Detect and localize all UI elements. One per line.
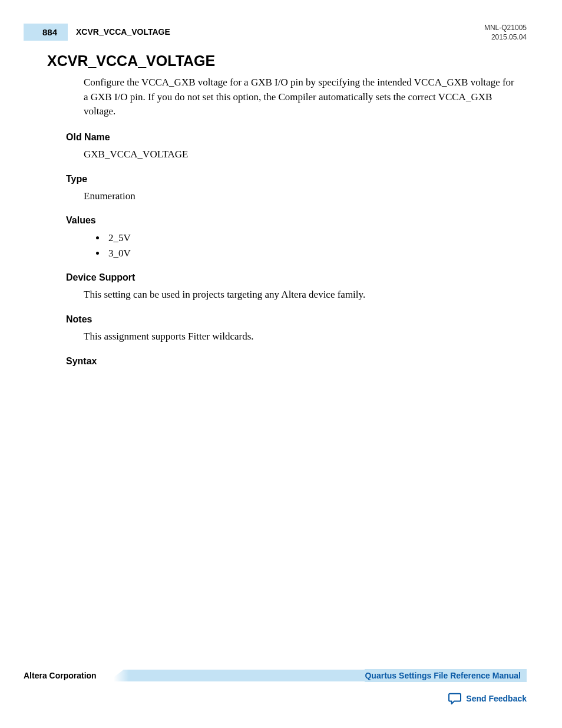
footer-bar: Altera Corporation Quartus Settings File… — [24, 669, 527, 682]
doc-date: 2015.05.04 — [484, 33, 527, 42]
device-support-value: This setting can be used in projects tar… — [84, 288, 515, 302]
type-heading: Type — [66, 174, 515, 185]
feedback-link[interactable]: Send Feedback — [24, 693, 527, 704]
list-item: 2_5V — [106, 230, 515, 246]
page-footer: Altera Corporation Quartus Settings File… — [24, 669, 527, 704]
page-number: 884 — [24, 24, 68, 41]
feedback-icon — [448, 693, 461, 704]
page-header: 884 XCVR_VCCA_VOLTAGE MNL-Q21005 2015.05… — [0, 0, 562, 42]
values-list: 2_5V 3_0V — [106, 230, 515, 261]
main-content: XCVR_VCCA_VOLTAGE Configure the VCCA_GXB… — [0, 42, 562, 366]
notes-value: This assignment supports Fitter wildcard… — [84, 330, 515, 344]
type-value: Enumeration — [84, 189, 515, 204]
syntax-heading: Syntax — [66, 356, 515, 367]
doc-meta: MNL-Q21005 2015.05.04 — [484, 24, 527, 42]
doc-id: MNL-Q21005 — [484, 24, 527, 33]
old-name-heading: Old Name — [66, 132, 515, 143]
device-support-heading: Device Support — [66, 272, 515, 283]
page-title: XCVR_VCCA_VOLTAGE — [47, 52, 515, 70]
list-item: 3_0V — [106, 246, 515, 261]
old-name-value: GXB_VCCA_VOLTAGE — [84, 147, 515, 162]
running-title: XCVR_VCCA_VOLTAGE — [68, 24, 484, 37]
feedback-label: Send Feedback — [466, 694, 527, 703]
manual-link[interactable]: Quartus Settings File Reference Manual — [365, 669, 527, 682]
description-text: Configure the VCCA_GXB voltage for a GXB… — [84, 75, 515, 119]
footer-decoration — [108, 670, 365, 681]
values-heading: Values — [66, 215, 515, 226]
company-name: Altera Corporation — [24, 671, 108, 680]
notes-heading: Notes — [66, 314, 515, 325]
